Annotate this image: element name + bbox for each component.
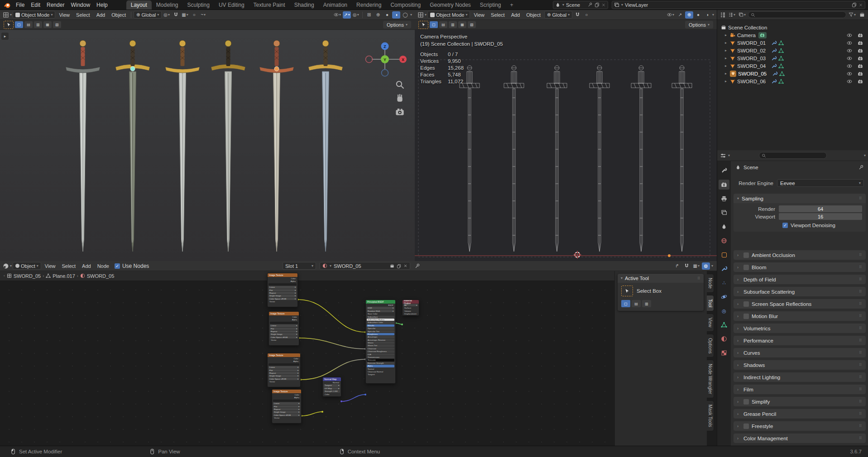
section-color-management[interactable]: ›Color Management⠿ bbox=[734, 433, 866, 443]
node-principled-bsdf[interactable]: Principled BSDF BSDFGGX▾Random Walk▾Base… bbox=[365, 300, 396, 384]
gizmos-toggle-button[interactable]: ↗▾ bbox=[343, 11, 351, 19]
mode-dropdown[interactable]: Object Mode▾ bbox=[427, 11, 470, 19]
node-row[interactable]: Flat▾ bbox=[273, 405, 300, 408]
sampling-panel-header[interactable]: ▾Sampling ⠿ bbox=[734, 194, 866, 203]
node-row[interactable]: Tangent▾ bbox=[324, 384, 340, 386]
editor-type-icon-properties[interactable] bbox=[720, 152, 726, 159]
breadcrumb-material[interactable]: SWORD_05 bbox=[87, 273, 115, 279]
menu-render[interactable]: Render bbox=[43, 0, 67, 10]
node-row[interactable]: Repeat▾ bbox=[269, 292, 297, 294]
select-mode-set-button[interactable]: ▢ bbox=[15, 21, 23, 28]
xray-toggle-button[interactable]: ⊞ bbox=[365, 11, 373, 19]
section-film[interactable]: ›Film⠿ bbox=[734, 385, 866, 394]
workspace-tab-texture-paint[interactable]: Texture Paint bbox=[249, 0, 290, 10]
modifier-wrench-icon[interactable] bbox=[771, 56, 777, 61]
tab-tool[interactable] bbox=[719, 166, 729, 176]
pin-icon[interactable] bbox=[588, 2, 593, 7]
options-dropdown[interactable]: Options▾ bbox=[383, 21, 411, 29]
tab-world[interactable] bbox=[719, 236, 729, 246]
expand-icon[interactable]: ▸ bbox=[724, 79, 728, 83]
tab-object-data[interactable] bbox=[719, 320, 729, 330]
outliner-row-sword-05-active[interactable]: ▸ SWORD_05 bbox=[717, 70, 868, 77]
shading-solid-button[interactable]: ● bbox=[383, 11, 391, 19]
transform-pivot-button[interactable]: ◎▾ bbox=[163, 11, 171, 19]
node-row[interactable]: Color bbox=[324, 393, 340, 395]
overlays-toggle-button[interactable]: ◎▾ bbox=[352, 11, 360, 19]
section-indirect-lighting[interactable]: ›Indirect Lighting⠿ bbox=[734, 372, 866, 382]
hide-eye-icon[interactable] bbox=[847, 56, 852, 61]
checkbox-checked[interactable]: ✓ bbox=[782, 223, 788, 228]
mesh-data-icon[interactable] bbox=[779, 71, 785, 76]
menu-edit[interactable]: Edit bbox=[28, 0, 43, 10]
outliner-row-sword-03[interactable]: ▸ SWORD_03 bbox=[717, 54, 868, 62]
overlays-dropdown[interactable]: ▾ bbox=[711, 264, 713, 268]
proportional-editing-button[interactable]: ○ bbox=[190, 11, 198, 19]
breadcrumb-collapse-icon[interactable]: ‹ bbox=[4, 274, 5, 278]
node-row[interactable]: Surface bbox=[403, 307, 418, 309]
breadcrumb-mesh[interactable]: Plane.017 bbox=[53, 273, 75, 279]
section-performance[interactable]: ›Performance⠿ bbox=[734, 336, 866, 345]
new-collection-button[interactable] bbox=[858, 11, 866, 19]
proportional-falloff-dropdown[interactable]: ~▾ bbox=[199, 11, 207, 19]
hide-eye-icon[interactable] bbox=[847, 71, 852, 76]
node-row[interactable]: Color Space sRGB▾ bbox=[273, 414, 300, 416]
node-row[interactable]: Displacement bbox=[403, 313, 418, 315]
node-row[interactable]: IOR bbox=[367, 353, 394, 356]
node-row[interactable]: Single Image▾ bbox=[270, 333, 298, 335]
breadcrumb-object[interactable]: SWORD_05 bbox=[14, 273, 41, 279]
section-motion-blur[interactable]: ›Motion Blur⠿ bbox=[734, 311, 866, 321]
node-row[interactable]: Flat▾ bbox=[270, 328, 298, 330]
node-row[interactable]: BSDF bbox=[367, 304, 394, 306]
node-row[interactable]: Repeat▾ bbox=[269, 372, 299, 374]
viewport-samples-field[interactable]: 16 bbox=[779, 213, 862, 220]
parent-node-tree-button[interactable]: ↱ bbox=[673, 262, 681, 270]
tab-material[interactable] bbox=[719, 334, 729, 344]
node-row[interactable]: Clearcoat Normal bbox=[367, 371, 394, 373]
node-row[interactable] bbox=[269, 283, 297, 286]
node-row[interactable]: Subsurface Radius bbox=[367, 319, 394, 321]
mesh-data-icon[interactable] bbox=[778, 56, 784, 61]
viewport-canvas[interactable]: ▸ Z X Y bbox=[0, 30, 415, 261]
select-mode-extend-button[interactable]: ▤ bbox=[439, 21, 447, 28]
snap-settings-dropdown[interactable]: ▦▾ bbox=[181, 11, 189, 19]
active-tool-select-box-button[interactable] bbox=[4, 21, 14, 29]
select-mode-subtract-button[interactable]: ▥ bbox=[34, 21, 42, 28]
blender-logo-icon[interactable] bbox=[4, 1, 11, 9]
workspace-tab-sculpting[interactable]: Sculpting bbox=[183, 0, 214, 10]
shading-rendered-button[interactable]: ◯ bbox=[401, 11, 409, 19]
node-row[interactable]: Clearcoat Roughness bbox=[367, 350, 394, 352]
use-nodes-checkbox[interactable]: ✓ Use Nodes bbox=[115, 263, 149, 269]
modifier-wrench-icon[interactable] bbox=[771, 48, 777, 53]
editor-type-icon-outliner[interactable] bbox=[719, 12, 726, 18]
expand-icon[interactable]: ▸ bbox=[724, 48, 728, 52]
shading-material-button[interactable]: ◑ bbox=[703, 11, 711, 19]
tab-view-layer[interactable] bbox=[719, 208, 729, 218]
outliner-row-scene-collection[interactable]: Scene Collection bbox=[717, 24, 868, 31]
modifier-wrench-icon[interactable] bbox=[771, 63, 777, 69]
checkbox-unchecked[interactable] bbox=[743, 265, 749, 270]
properties-search-input[interactable] bbox=[759, 152, 827, 159]
node-image-texture[interactable]: Image Texture ColorAlphaLinear▾Flat▾Repe… bbox=[272, 389, 302, 424]
tab-object[interactable] bbox=[719, 250, 729, 260]
render-samples-field[interactable]: 64 bbox=[779, 205, 862, 212]
select-mode-invert-button[interactable]: ▦ bbox=[458, 21, 466, 28]
material-slot-dropdown[interactable]: Slot 1▾ bbox=[283, 262, 316, 270]
node-row[interactable]: Vector bbox=[269, 381, 299, 383]
disable-render-icon[interactable] bbox=[858, 33, 863, 38]
disable-render-icon[interactable] bbox=[858, 63, 863, 69]
menu-file[interactable]: File bbox=[13, 0, 28, 10]
disable-render-icon[interactable] bbox=[858, 71, 863, 76]
node-row[interactable]: Volume bbox=[403, 310, 418, 312]
node-row[interactable]: Normal bbox=[367, 368, 394, 370]
shading-solid-button[interactable]: ● bbox=[694, 11, 702, 19]
hide-eye-icon[interactable] bbox=[847, 40, 852, 46]
node-row[interactable]: Specular Tint bbox=[367, 330, 394, 333]
menu-object[interactable]: Object bbox=[523, 12, 543, 18]
show-object-types-dropdown[interactable]: ▾ bbox=[333, 11, 342, 19]
node-image-texture[interactable]: Image Texture ColorAlphaLinear▾Flat▾Repe… bbox=[267, 273, 298, 307]
menu-help[interactable]: Help bbox=[93, 0, 111, 10]
checkbox-unchecked[interactable] bbox=[743, 314, 749, 319]
workspace-tab-uv-editing[interactable]: UV Editing bbox=[214, 0, 249, 10]
shading-dropdown[interactable]: ▾ bbox=[410, 13, 412, 17]
overlays-toggle-button[interactable]: ◍ bbox=[702, 262, 710, 270]
